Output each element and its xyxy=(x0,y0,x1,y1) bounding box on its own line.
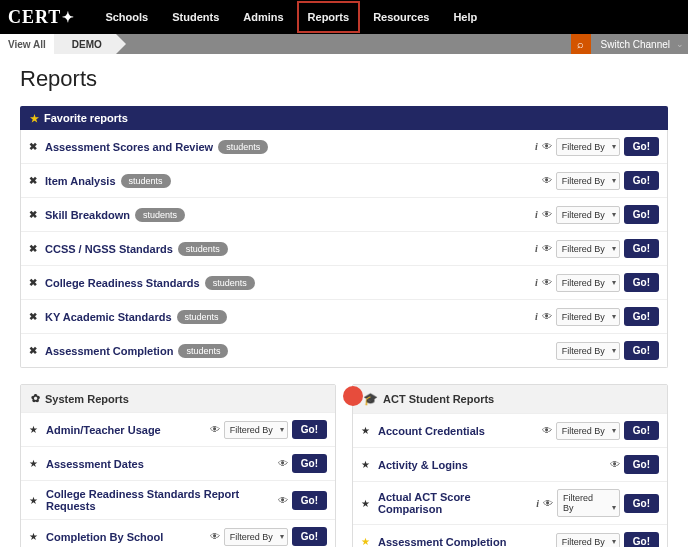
info-icon[interactable]: i xyxy=(535,311,538,322)
go-button[interactable]: Go! xyxy=(624,171,659,190)
report-link[interactable]: Assessment Completion xyxy=(378,536,506,548)
report-link[interactable]: Activity & Logins xyxy=(378,459,468,471)
row-controls: 👁Go! xyxy=(278,454,327,473)
go-button[interactable]: Go! xyxy=(292,491,327,510)
row-controls: 👁Go! xyxy=(278,491,327,510)
row-controls: Filtered ByGo! xyxy=(556,341,659,360)
report-link[interactable]: College Readiness Standards xyxy=(45,277,200,289)
filtered-by-dropdown[interactable]: Filtered By xyxy=(224,528,288,546)
favorite-row: ✖Assessment Scores and Reviewstudentsi👁F… xyxy=(21,130,667,164)
nav-reports[interactable]: Reports xyxy=(296,0,362,34)
go-button[interactable]: Go! xyxy=(292,420,327,439)
remove-favorite-button[interactable]: ✖ xyxy=(29,345,37,356)
go-button[interactable]: Go! xyxy=(292,527,327,546)
row-controls: i👁Filtered ByGo! xyxy=(536,489,659,517)
filtered-by-dropdown[interactable]: Filtered By xyxy=(556,274,620,292)
favorite-star-button[interactable]: ★ xyxy=(361,459,370,470)
remove-favorite-button[interactable]: ✖ xyxy=(29,243,37,254)
go-button[interactable]: Go! xyxy=(292,454,327,473)
eye-icon[interactable]: 👁 xyxy=(542,425,552,436)
nav-students[interactable]: Students xyxy=(160,0,231,34)
favorite-star-button[interactable]: ★ xyxy=(361,536,370,547)
system-reports-list: ★Admin/Teacher Usage👁Filtered ByGo!★Asse… xyxy=(21,412,335,547)
remove-favorite-button[interactable]: ✖ xyxy=(29,175,37,186)
go-button[interactable]: Go! xyxy=(624,455,659,474)
filtered-by-dropdown[interactable]: Filtered By xyxy=(556,240,620,258)
report-link[interactable]: Assessment Completion xyxy=(45,345,173,357)
filtered-by-dropdown[interactable]: Filtered By xyxy=(224,421,288,439)
favorite-star-button[interactable]: ★ xyxy=(29,531,38,542)
favorite-star-button[interactable]: ★ xyxy=(361,425,370,436)
report-link[interactable]: CCSS / NGSS Standards xyxy=(45,243,173,255)
favorite-star-button[interactable]: ★ xyxy=(361,498,370,509)
switch-channel-button[interactable]: Switch Channel ⌄ xyxy=(591,34,688,54)
breadcrumb-view-all[interactable]: View All xyxy=(0,34,54,54)
go-button[interactable]: Go! xyxy=(624,205,659,224)
system-reports-title: System Reports xyxy=(45,393,129,405)
info-icon[interactable]: i xyxy=(535,277,538,288)
go-button[interactable]: Go! xyxy=(624,273,659,292)
go-button[interactable]: Go! xyxy=(624,341,659,360)
eye-icon[interactable]: 👁 xyxy=(542,209,552,220)
go-button[interactable]: Go! xyxy=(624,421,659,440)
eye-icon[interactable]: 👁 xyxy=(542,277,552,288)
eye-icon[interactable]: 👁 xyxy=(542,175,552,186)
info-icon[interactable]: i xyxy=(535,209,538,220)
nav-help[interactable]: Help xyxy=(441,0,489,34)
go-button[interactable]: Go! xyxy=(624,239,659,258)
remove-favorite-button[interactable]: ✖ xyxy=(29,209,37,220)
favorite-star-button[interactable]: ★ xyxy=(29,495,38,506)
filtered-by-dropdown[interactable]: Filtered By xyxy=(556,138,620,156)
favorite-star-button[interactable]: ★ xyxy=(29,424,38,435)
report-link[interactable]: Assessment Scores and Review xyxy=(45,141,213,153)
eye-icon[interactable]: 👁 xyxy=(210,424,220,435)
remove-favorite-button[interactable]: ✖ xyxy=(29,141,37,152)
gear-icon: ✿ xyxy=(31,392,40,405)
report-link[interactable]: Admin/Teacher Usage xyxy=(46,424,161,436)
go-button[interactable]: Go! xyxy=(624,494,659,513)
report-link[interactable]: Assessment Dates xyxy=(46,458,144,470)
system-report-row: ★Completion By School👁Filtered ByGo! xyxy=(21,519,335,547)
report-link[interactable]: College Readiness Standards Report Reque… xyxy=(46,488,278,512)
filtered-by-dropdown[interactable]: Filtered By xyxy=(557,489,620,517)
nav-admins[interactable]: Admins xyxy=(231,0,295,34)
report-link[interactable]: Account Credentials xyxy=(378,425,485,437)
report-link[interactable]: Completion By School xyxy=(46,531,163,543)
eye-icon[interactable]: 👁 xyxy=(278,495,288,506)
students-badge: students xyxy=(205,276,255,290)
eye-icon[interactable]: 👁 xyxy=(278,458,288,469)
filtered-by-dropdown[interactable]: Filtered By xyxy=(556,206,620,224)
report-link[interactable]: KY Academic Standards xyxy=(45,311,172,323)
remove-favorite-button[interactable]: ✖ xyxy=(29,277,37,288)
sub-bar: View All DEMO ⌕ Switch Channel ⌄ xyxy=(0,34,688,54)
nav-schools[interactable]: Schools xyxy=(93,0,160,34)
nav-resources[interactable]: Resources xyxy=(361,0,441,34)
breadcrumb-demo[interactable]: DEMO xyxy=(54,34,116,54)
eye-icon[interactable]: 👁 xyxy=(542,311,552,322)
eye-icon[interactable]: 👁 xyxy=(542,243,552,254)
filtered-by-dropdown[interactable]: Filtered By xyxy=(556,172,620,190)
info-icon[interactable]: i xyxy=(535,141,538,152)
remove-favorite-button[interactable]: ✖ xyxy=(29,311,37,322)
go-button[interactable]: Go! xyxy=(624,307,659,326)
graduation-cap-icon: 🎓 xyxy=(363,392,378,406)
eye-icon[interactable]: 👁 xyxy=(210,531,220,542)
go-button[interactable]: Go! xyxy=(624,137,659,156)
report-link[interactable]: Item Analysis xyxy=(45,175,116,187)
eye-icon[interactable]: 👁 xyxy=(542,141,552,152)
filtered-by-dropdown[interactable]: Filtered By xyxy=(556,308,620,326)
filtered-by-dropdown[interactable]: Filtered By xyxy=(556,342,620,360)
go-button[interactable]: Go! xyxy=(624,532,659,547)
search-button[interactable]: ⌕ xyxy=(571,34,591,54)
filtered-by-dropdown[interactable]: Filtered By xyxy=(556,422,620,440)
top-nav: CERT ✦ SchoolsStudentsAdminsReportsResou… xyxy=(0,0,688,34)
info-icon[interactable]: i xyxy=(536,498,539,509)
favorite-star-button[interactable]: ★ xyxy=(29,458,38,469)
subbar-right: ⌕ Switch Channel ⌄ xyxy=(571,34,688,54)
info-icon[interactable]: i xyxy=(535,243,538,254)
report-link[interactable]: Actual ACT Score Comparison xyxy=(378,491,536,515)
report-link[interactable]: Skill Breakdown xyxy=(45,209,130,221)
eye-icon[interactable]: 👁 xyxy=(610,459,620,470)
eye-icon[interactable]: 👁 xyxy=(543,498,553,509)
filtered-by-dropdown[interactable]: Filtered By xyxy=(556,533,620,548)
